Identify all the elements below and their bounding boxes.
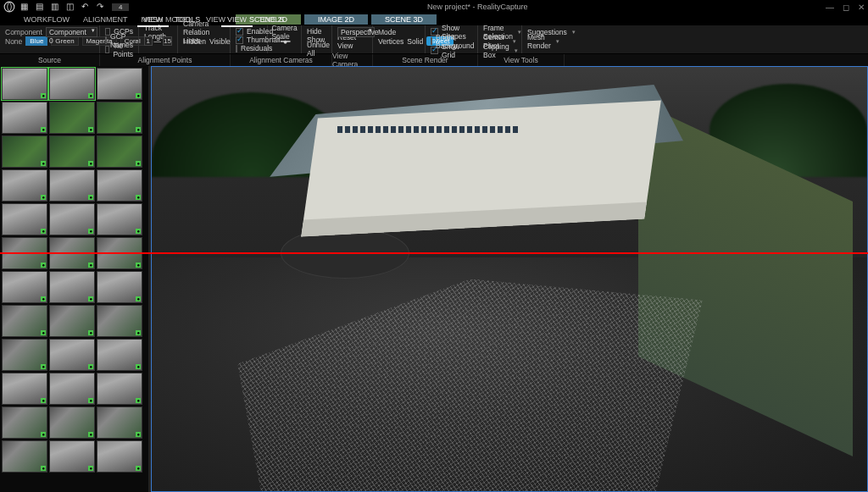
hidden-btn[interactable]: Hidden (183, 37, 206, 46)
solid-btn[interactable]: Solid (407, 37, 423, 46)
color-green[interactable]: Green (51, 36, 78, 46)
thumbnail[interactable]: ● (2, 135, 47, 168)
thumbnail[interactable]: ● (2, 102, 47, 134)
thumbnail[interactable]: ● (2, 305, 47, 337)
minimize-icon[interactable]: — (826, 3, 834, 12)
section-scenerender: Scene Render (373, 54, 478, 66)
undo-icon[interactable]: ↶ (81, 2, 92, 12)
layout2-icon[interactable]: ▤ (36, 2, 46, 12)
tab-alignment[interactable]: ALIGNMENT (76, 14, 135, 25)
thumbnail[interactable]: ● (97, 203, 142, 235)
section-viewtools: View Tools (478, 54, 565, 66)
thumbnail[interactable]: ● (49, 305, 95, 337)
thumbnail[interactable]: ● (49, 169, 95, 202)
component-label: Component (5, 28, 42, 36)
ctx-image2d[interactable]: IMAGE 2D (304, 14, 368, 25)
color-none[interactable]: None (5, 37, 22, 46)
thumbnail-checkbox[interactable] (236, 36, 243, 44)
section-source: Source (0, 54, 100, 66)
thumbnail[interactable]: ● (2, 68, 47, 100)
showshapes-checkbox[interactable] (431, 28, 438, 36)
visible-btn[interactable]: Visible (209, 37, 231, 46)
history-step[interactable]: 4 (112, 3, 129, 11)
thumbnail[interactable]: ● (49, 339, 95, 371)
thumbnail[interactable]: ● (49, 203, 95, 235)
gcpnames-checkbox[interactable] (105, 36, 107, 44)
thumbnail[interactable]: ● (97, 406, 142, 439)
hide-btn[interactable]: Hide (307, 27, 321, 36)
subtab-tools-2[interactable]: TOOLS (253, 14, 290, 27)
grid-icon[interactable]: ▦ (20, 2, 31, 12)
layout3-icon[interactable]: ▥ (51, 2, 61, 12)
titlebar: ▦ ▤ ▥ ◫ ↶ ↷ 4 New project* - RealityCapt… (0, 0, 868, 14)
app-logo-icon (3, 1, 15, 13)
thumbnail[interactable]: ● (2, 406, 47, 439)
ribbon-tabs: WORKFLOW ALIGNMENT MESH MODEL VIEW SCENE… (0, 14, 868, 25)
meshrender-btn[interactable]: Mesh Render (527, 33, 551, 50)
thumbnail[interactable]: ● (97, 169, 142, 202)
track-from[interactable]: 1 (144, 36, 153, 46)
scene-windows (337, 126, 624, 211)
main-area: ● ● ● ● ● ● ● ● ● ● ● ● ● ● ● ● ● ● ● ● … (0, 66, 868, 492)
showgrid-checkbox[interactable] (431, 47, 438, 54)
thumbnail[interactable]: ● (97, 102, 142, 134)
layout4-icon[interactable]: ◫ (66, 2, 76, 12)
thumbnail[interactable]: ● (49, 135, 95, 168)
svg-point-0 (4, 2, 14, 12)
thumbnail[interactable]: ● (49, 102, 95, 134)
thumbnail[interactable]: ● (2, 440, 47, 473)
toolbar: Component Component 0 None Blue Green Ma… (0, 25, 868, 54)
close-icon[interactable]: ✕ (858, 3, 865, 12)
maximize-icon[interactable]: ◻ (843, 3, 849, 12)
red-guide-line (0, 252, 868, 254)
thumbnail-pane[interactable]: ● ● ● ● ● ● ● ● ● ● ● ● ● ● ● ● ● ● ● ● … (0, 66, 148, 492)
brightbg-checkbox[interactable] (431, 37, 432, 45)
scale-slider[interactable]: ━●━ (281, 37, 288, 46)
subtab-tools-1[interactable]: TOOLS (169, 14, 206, 27)
track-to[interactable]: 15 (163, 36, 172, 46)
thumbnail[interactable]: ● (97, 339, 142, 371)
thumbnail[interactable]: ● (97, 271, 142, 303)
section-strip: Source Alignment Points Alignment Camera… (0, 54, 868, 66)
tab-workflow[interactable]: WORKFLOW (17, 14, 76, 25)
redo-icon[interactable]: ↷ (97, 2, 107, 12)
thumbnail[interactable]: ● (49, 373, 95, 405)
thumbnail[interactable]: ● (49, 68, 95, 100)
thumbnail[interactable]: ● (49, 440, 95, 473)
thumbnail[interactable]: ● (2, 339, 47, 371)
thumbnail[interactable]: ● (97, 440, 142, 473)
vertices-btn[interactable]: Vertices (378, 37, 403, 46)
thumbnail[interactable]: ● (97, 305, 142, 337)
thumbnail[interactable]: ● (97, 135, 142, 168)
thumbnail[interactable]: ● (2, 169, 47, 202)
thumbnail[interactable]: ● (2, 203, 47, 235)
thumbnail[interactable]: ● (97, 68, 142, 100)
window-title: New project* - RealityCapture (129, 3, 826, 11)
thumbnail[interactable]: ● (49, 406, 95, 439)
section-viewcamera: View Camera (332, 54, 373, 66)
section-alignpoints: Alignment Points (100, 54, 231, 66)
perspective-dropdown[interactable]: Perspective (337, 27, 375, 37)
thumbnail[interactable]: ● (2, 271, 47, 303)
3d-viewport[interactable]: 3Ds (151, 66, 868, 492)
mode-label: Mode (378, 28, 396, 36)
thumbnail[interactable]: ● (97, 373, 142, 405)
subtab-view-2[interactable]: VIEW (221, 14, 253, 27)
component-dropdown[interactable]: Component 0 (46, 27, 97, 37)
color-blue[interactable]: Blue (25, 36, 47, 46)
thumbnail[interactable]: ● (2, 373, 47, 405)
subtab-view-1[interactable]: VIEW (137, 14, 169, 27)
thumbnail[interactable]: ● (49, 271, 95, 303)
residuals-checkbox[interactable] (236, 45, 237, 53)
section-aligncameras: Alignment Cameras (231, 54, 332, 66)
ctx-scene3d[interactable]: SCENE 3D (371, 14, 437, 25)
tiepoints-checkbox[interactable] (105, 46, 109, 53)
